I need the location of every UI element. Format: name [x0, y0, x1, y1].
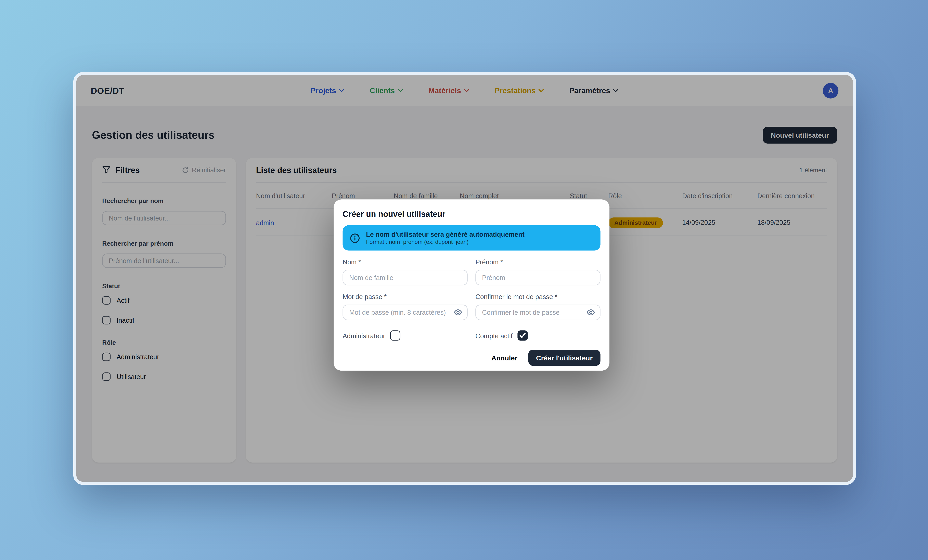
- active-account-checkbox-row[interactable]: Compte actif: [475, 330, 600, 341]
- lastname-label: Nom *: [342, 258, 467, 266]
- administrator-label: Administrateur: [342, 332, 385, 339]
- toggle-password-visibility-icon[interactable]: [454, 309, 462, 316]
- password-confirm-field[interactable]: [475, 304, 600, 320]
- administrator-checkbox[interactable]: [390, 330, 400, 341]
- create-user-modal: Créer un nouvel utilisateur Le nom d'uti…: [334, 199, 609, 371]
- info-icon: [350, 233, 360, 243]
- lastname-field[interactable]: [342, 269, 467, 285]
- banner-title: Le nom d'utilisateur sera généré automat…: [366, 230, 525, 238]
- toggle-password-confirm-visibility-icon[interactable]: [587, 309, 595, 316]
- password-field[interactable]: [342, 304, 467, 320]
- cancel-button[interactable]: Annuler: [491, 354, 517, 361]
- firstname-field[interactable]: [475, 269, 600, 285]
- banner-subtitle: Format : nom_prenom (ex: dupont_jean): [366, 238, 525, 246]
- active-account-checkbox[interactable]: [517, 330, 528, 341]
- firstname-label: Prénom *: [475, 258, 600, 266]
- modal-title: Créer un nouvel utilisateur: [342, 210, 600, 219]
- active-account-label: Compte actif: [475, 332, 513, 339]
- password-label: Mot de passe *: [342, 293, 467, 300]
- password-confirm-label: Confirmer le mot de passe *: [475, 293, 600, 300]
- create-user-submit-button[interactable]: Créer l'utilisateur: [528, 350, 600, 366]
- desktop-background: DOE/DT Projets Clients Matériels: [0, 0, 928, 560]
- administrator-checkbox-row[interactable]: Administrateur: [342, 330, 467, 341]
- info-banner: Le nom d'utilisateur sera généré automat…: [342, 225, 600, 250]
